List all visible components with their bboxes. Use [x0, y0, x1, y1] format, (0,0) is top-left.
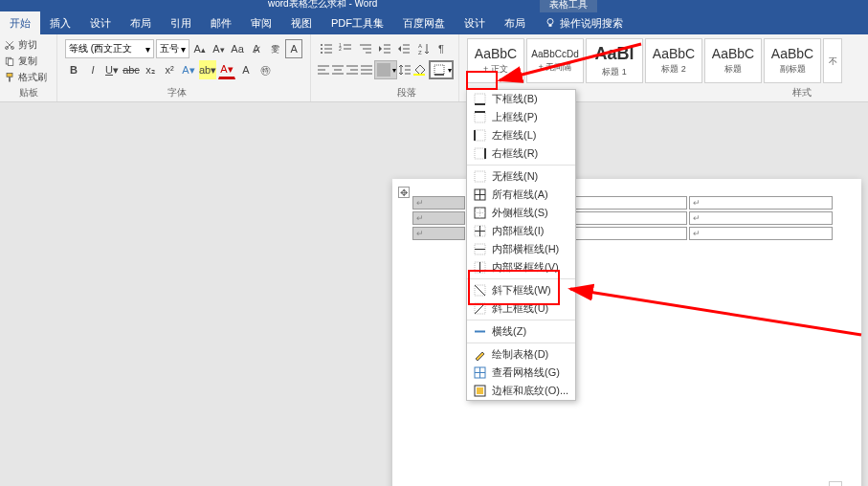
- bullets-icon: [320, 42, 333, 55]
- font-name-combo[interactable]: 等线 (西文正文▾: [65, 39, 154, 58]
- indent-icon: [397, 42, 411, 55]
- border-menu-grid[interactable]: 查看网格线(G): [467, 364, 575, 382]
- border-menu-diag-down[interactable]: 斜下框线(W): [467, 281, 575, 299]
- style-nospacing[interactable]: AaBbCcDd+ 无间隔: [526, 38, 584, 83]
- border-menu-inside[interactable]: 内部框线(I): [467, 222, 575, 240]
- tab-baidu[interactable]: 百度网盘: [393, 11, 455, 34]
- ribbon-tabs: 开始 插入 设计 布局 引用 邮件 审阅 视图 PDF工具集 百度网盘 设计 布…: [0, 11, 868, 34]
- tab-view[interactable]: 视图: [281, 11, 322, 34]
- format-painter-button[interactable]: 格式刷: [4, 69, 53, 85]
- font-size-combo[interactable]: 五号▾: [156, 39, 189, 58]
- bold-button[interactable]: B: [65, 60, 82, 79]
- document-area: [0, 112, 868, 486]
- style-heading2[interactable]: AaBbC标题 2: [645, 38, 702, 83]
- border-icon: [433, 63, 446, 77]
- border-menu-left[interactable]: 左框线(L): [467, 126, 575, 144]
- tab-home[interactable]: 开始: [0, 11, 40, 34]
- border-menu-bottom[interactable]: 下框线(B): [467, 90, 575, 108]
- left-icon: [473, 129, 486, 143]
- table-move-handle[interactable]: ✥: [398, 187, 410, 198]
- grow-font-button[interactable]: A▴: [191, 39, 209, 58]
- border-menu-top[interactable]: 上框线(P): [467, 108, 575, 126]
- cut-button[interactable]: 剪切: [4, 36, 53, 53]
- style-more[interactable]: 不: [823, 38, 842, 83]
- table-cell[interactable]: ↵: [689, 211, 833, 225]
- align-right-icon: [345, 63, 359, 77]
- bullets-button[interactable]: [317, 39, 335, 58]
- tell-me-label: 操作说明搜索: [560, 16, 623, 31]
- strike-button[interactable]: abc: [122, 60, 140, 79]
- tab-layout[interactable]: 布局: [121, 11, 161, 34]
- copy-button[interactable]: 复制: [4, 53, 53, 69]
- tab-references[interactable]: 引用: [161, 11, 201, 34]
- sort-icon: AZ: [417, 42, 431, 55]
- font-group-label: 字体: [167, 86, 187, 99]
- table-cell[interactable]: ↵: [412, 196, 465, 210]
- borders-dropdown-button[interactable]: ▾: [429, 60, 454, 79]
- borders-dropdown-menu: 下框线(B)上框线(P)左框线(L)右框线(R)无框线(N)所有框线(A)外侧框…: [466, 89, 576, 401]
- border-menu-draw[interactable]: 绘制表格(D): [467, 345, 575, 364]
- border-menu-all[interactable]: 所有框线(A): [467, 186, 575, 204]
- svg-rect-45: [413, 74, 425, 76]
- border-menu-right[interactable]: 右框线(R): [467, 144, 575, 163]
- show-marks-button[interactable]: ¶: [434, 39, 453, 58]
- multilevel-button[interactable]: [356, 39, 374, 58]
- phonetic-button[interactable]: 雯: [267, 39, 284, 58]
- text-effects-button[interactable]: A▾: [180, 60, 197, 79]
- subscript-button[interactable]: x₂: [142, 60, 159, 79]
- tab-insert[interactable]: 插入: [40, 11, 80, 34]
- ribbon: 剪切 复制 格式刷 贴板 等线 (西文正文▾ 五号▾ A▴ A▾ Aa A̷ 雯…: [0, 34, 868, 102]
- svg-rect-5: [9, 58, 13, 65]
- enclose-button[interactable]: ㊕: [256, 60, 274, 79]
- scissors-icon: [4, 39, 15, 51]
- align-right-button[interactable]: [345, 60, 359, 79]
- change-case-button[interactable]: Aa: [229, 39, 246, 58]
- tab-review[interactable]: 审阅: [241, 11, 281, 34]
- table-cell[interactable]: ↵: [689, 227, 833, 240]
- numbering-button[interactable]: 12: [336, 39, 354, 58]
- svg-text:Z: Z: [418, 50, 422, 55]
- shading-button[interactable]: ▾: [374, 60, 397, 79]
- underline-button[interactable]: U▾: [103, 60, 121, 79]
- italic-button[interactable]: I: [84, 60, 101, 79]
- border-menu-shading[interactable]: 边框和底纹(O)...: [467, 382, 575, 400]
- line-spacing-button[interactable]: [398, 60, 412, 79]
- tab-design[interactable]: 设计: [80, 11, 121, 34]
- shrink-font-button[interactable]: A▾: [211, 39, 228, 58]
- char-shading-button[interactable]: A: [237, 60, 255, 79]
- char-border-button[interactable]: A: [285, 39, 302, 58]
- style-normal[interactable]: AaBbC+ 正文: [467, 38, 524, 83]
- top-icon: [473, 111, 486, 124]
- indent-inc-button[interactable]: [395, 39, 413, 58]
- tab-mailings[interactable]: 邮件: [201, 11, 241, 34]
- styles-group-label: 样式: [792, 86, 812, 99]
- sort-button[interactable]: AZ: [414, 39, 433, 58]
- shading-color-button[interactable]: [412, 60, 426, 79]
- align-center-button[interactable]: [331, 60, 345, 79]
- border-menu-none[interactable]: 无框线(N): [467, 167, 575, 186]
- style-title[interactable]: AaBbC标题: [704, 38, 762, 83]
- style-subtitle[interactable]: AaBbC副标题: [764, 38, 821, 83]
- border-menu-inside-h[interactable]: 内部横框线(H): [467, 240, 575, 258]
- tell-me-search[interactable]: 操作说明搜索: [535, 16, 623, 31]
- border-menu-outside[interactable]: 外侧框线(S): [467, 204, 575, 222]
- superscript-button[interactable]: x²: [161, 60, 178, 79]
- table-cell[interactable]: ↵: [412, 227, 465, 240]
- table-cell[interactable]: ↵: [689, 196, 833, 210]
- highlight-button[interactable]: ab▾: [199, 60, 216, 79]
- tab-pdf[interactable]: PDF工具集: [322, 11, 393, 34]
- indent-dec-button[interactable]: [375, 39, 393, 58]
- clear-format-button[interactable]: A̷: [248, 39, 265, 58]
- tab-table-layout[interactable]: 布局: [495, 11, 535, 34]
- font-color-button[interactable]: A▾: [218, 60, 235, 79]
- tab-table-design[interactable]: 设计: [455, 11, 495, 34]
- justify-button[interactable]: [360, 60, 373, 79]
- table-cell[interactable]: ↵: [412, 211, 465, 225]
- style-heading1[interactable]: AaBl标题 1: [586, 38, 643, 83]
- border-menu-hline[interactable]: 横线(Z): [467, 322, 575, 341]
- all-icon: [473, 188, 486, 202]
- border-menu-inside-v[interactable]: 内部竖框线(V): [467, 258, 575, 276]
- align-left-button[interactable]: [317, 60, 330, 79]
- inside-h-icon: [473, 243, 486, 256]
- border-menu-diag-up[interactable]: 斜上框线(U): [467, 299, 575, 318]
